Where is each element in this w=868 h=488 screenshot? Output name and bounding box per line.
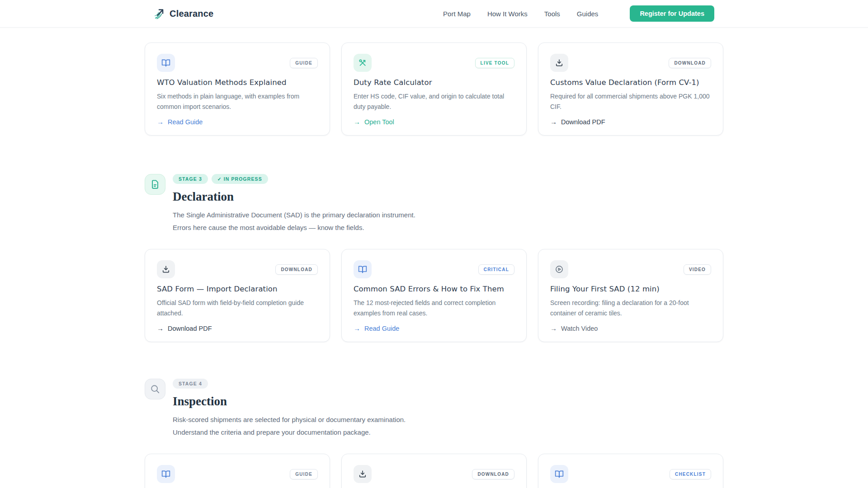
card-badge: CRITICAL xyxy=(478,264,514,275)
nav-link-port-map[interactable]: Port Map xyxy=(443,10,471,18)
nav-link-tools[interactable]: Tools xyxy=(544,10,560,18)
card-badge: GUIDE xyxy=(290,469,318,479)
watch-video-link[interactable]: → Watch Video xyxy=(550,324,598,332)
card-title: WTO Valuation Methods Explained xyxy=(157,78,318,88)
stage-4-badge: STAGE 4 xyxy=(173,379,208,389)
arrow-right-icon: → xyxy=(157,118,164,126)
card-stage4-checklist: CHECKLIST xyxy=(538,454,723,488)
card-badge: VIDEO xyxy=(684,264,711,275)
document-icon xyxy=(145,174,165,195)
magnifier-icon xyxy=(145,379,165,399)
stage-4-card-row: GUIDE DOWNLOAD CHECKLIST xyxy=(145,454,723,488)
play-circle-icon xyxy=(550,260,568,278)
book-open-icon xyxy=(157,54,175,72)
card-wto-valuation: GUIDE WTO Valuation Methods Explained Si… xyxy=(145,42,330,136)
top-navbar: Clearance Port Map How It Works Tools Gu… xyxy=(0,0,868,28)
card-badge: DOWNLOAD xyxy=(472,469,514,479)
brand-name: Clearance xyxy=(170,9,213,19)
read-guide-link[interactable]: → Read Guide xyxy=(157,118,203,126)
arrow-right-icon: → xyxy=(157,324,164,332)
card-title: Filing Your First SAD (12 min) xyxy=(550,284,711,294)
in-progress-badge: ✓ IN PROGRESS xyxy=(212,174,268,184)
book-open-icon xyxy=(550,465,568,483)
card-badge: DOWNLOAD xyxy=(275,264,318,275)
card-description: Required for all commercial shipments ab… xyxy=(550,91,711,112)
brand-logo-link[interactable]: Clearance xyxy=(154,8,213,19)
stage-3-card-row: DOWNLOAD SAD Form — Import Declaration O… xyxy=(145,249,723,342)
arrow-right-icon: → xyxy=(354,118,360,126)
card-badge: DOWNLOAD xyxy=(669,58,711,68)
stage-4-section-header: STAGE 4 Inspection Risk-scored shipments… xyxy=(145,379,723,439)
register-for-updates-button[interactable]: Register for Updates xyxy=(630,5,714,22)
card-badge: GUIDE xyxy=(290,58,318,68)
card-badge: LIVE TOOL xyxy=(475,58,514,68)
clearance-logo-icon xyxy=(154,8,165,19)
stage-3-badge: STAGE 3 xyxy=(173,174,208,184)
card-stage4-guide: GUIDE xyxy=(145,454,330,488)
card-description: Official SAD form with field-by-field co… xyxy=(157,298,318,318)
nav-link-how-it-works[interactable]: How It Works xyxy=(487,10,528,18)
card-common-sad-errors: CRITICAL Common SAD Errors & How to Fix … xyxy=(341,249,527,342)
stage-4-description: Risk-scored shipments are selected for p… xyxy=(173,413,406,439)
card-duty-rate-calculator: LIVE TOOL Duty Rate Calculator Enter HS … xyxy=(341,42,527,136)
card-stage4-download: DOWNLOAD xyxy=(341,454,527,488)
open-tool-link[interactable]: → Open Tool xyxy=(354,118,394,126)
download-pdf-link[interactable]: → Download PDF xyxy=(157,324,212,332)
card-customs-value-declaration: DOWNLOAD Customs Value Declaration (Form… xyxy=(538,42,723,136)
arrow-right-icon: → xyxy=(550,118,557,126)
resource-card-row: GUIDE WTO Valuation Methods Explained Si… xyxy=(145,42,723,136)
download-pdf-link[interactable]: → Download PDF xyxy=(550,118,605,126)
card-description: Screen recording: filing a declaration f… xyxy=(550,298,711,318)
card-badge: CHECKLIST xyxy=(670,469,711,479)
stage-4-title: Inspection xyxy=(173,394,406,408)
card-description: Enter HS code, CIF value, and origin to … xyxy=(354,91,514,112)
stage-3-description: The Single Administrative Document (SAD)… xyxy=(173,209,415,234)
download-icon xyxy=(550,54,568,72)
download-icon xyxy=(157,260,175,278)
card-title: Duty Rate Calculator xyxy=(354,78,514,88)
card-description: Six methods in plain language, with exam… xyxy=(157,91,318,112)
card-title: Common SAD Errors & How to Fix Them xyxy=(354,284,514,294)
tools-icon xyxy=(354,54,372,72)
read-guide-link[interactable]: → Read Guide xyxy=(354,324,399,332)
stage-3-section-header: STAGE 3 ✓ IN PROGRESS Declaration The Si… xyxy=(145,174,723,234)
arrow-right-icon: → xyxy=(550,324,557,332)
primary-nav: Port Map How It Works Tools Guides Regis… xyxy=(443,5,714,22)
arrow-right-icon: → xyxy=(354,324,360,332)
book-open-icon xyxy=(157,465,175,483)
card-description: The 12 most-rejected fields and correct … xyxy=(354,298,514,318)
book-open-icon xyxy=(354,260,372,278)
card-sad-form: DOWNLOAD SAD Form — Import Declaration O… xyxy=(145,249,330,342)
card-filing-first-sad-video: VIDEO Filing Your First SAD (12 min) Scr… xyxy=(538,249,723,342)
nav-link-guides[interactable]: Guides xyxy=(577,10,599,18)
card-title: Customs Value Declaration (Form CV-1) xyxy=(550,78,711,88)
card-title: SAD Form — Import Declaration xyxy=(157,284,318,294)
stage-3-title: Declaration xyxy=(173,190,415,203)
download-icon xyxy=(354,465,372,483)
